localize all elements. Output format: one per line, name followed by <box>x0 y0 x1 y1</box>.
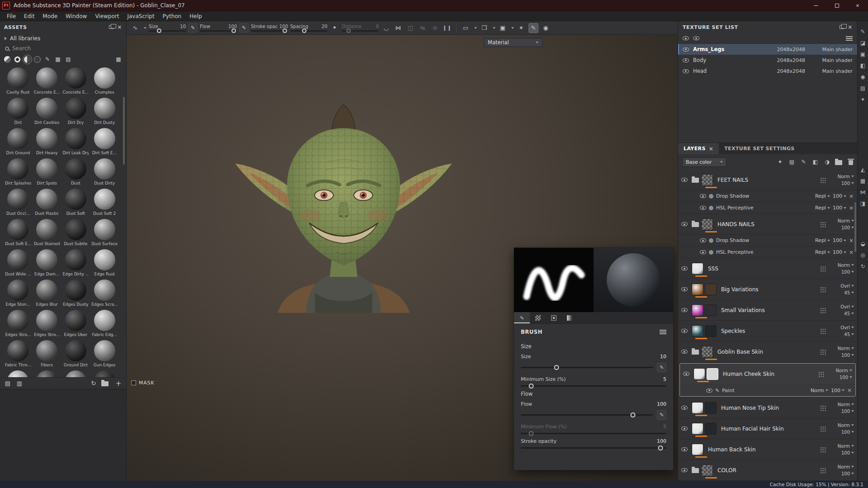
min-size-knob[interactable] <box>528 384 533 389</box>
flow-pressure-toggle-icon[interactable] <box>657 410 666 420</box>
geometry-mask-icon[interactable]: ◨ <box>858 198 868 209</box>
brush-flow-knob[interactable] <box>631 412 636 417</box>
view-3d-icon[interactable] <box>479 23 489 33</box>
asset-tile[interactable]: Fabric Thre... <box>4 340 33 370</box>
view-2d-icon[interactable] <box>461 23 471 33</box>
visibility-eye-icon[interactable] <box>681 329 688 333</box>
visibility-eye-icon[interactable] <box>683 47 689 52</box>
visibility-eye-icon[interactable] <box>681 178 688 182</box>
add-group-icon[interactable] <box>835 160 842 165</box>
opacity-dropdown[interactable]: 100 <box>841 409 854 414</box>
effect-opacity-dropdown[interactable]: 100 <box>833 237 846 243</box>
display-settings-icon[interactable]: ◒ <box>858 238 868 249</box>
close-panel-icon[interactable]: × <box>117 24 122 30</box>
effect-blend-mode-dropdown[interactable]: Repl <box>815 205 830 211</box>
new-resource-icon[interactable] <box>101 381 108 386</box>
asset-tile[interactable]: Dust <box>61 158 90 188</box>
close-panel-icon[interactable]: × <box>848 24 853 30</box>
flow-slider[interactable] <box>200 30 237 32</box>
menu-file[interactable]: File <box>3 11 20 21</box>
viewport-3d[interactable]: Material MASK <box>127 35 678 481</box>
close-tab-icon[interactable]: × <box>709 146 713 152</box>
effect-blend-mode-dropdown[interactable]: Repl <box>815 237 830 243</box>
symmetry-icon[interactable] <box>393 23 403 33</box>
layer-row[interactable]: Human Back SkinNorm100 <box>678 439 857 460</box>
mask-thumbnail[interactable] <box>705 304 717 316</box>
min-size-slider[interactable] <box>521 385 666 387</box>
asset-tile[interactable]: Dirt Ground <box>4 128 33 158</box>
effect-opacity-dropdown[interactable]: 100 <box>831 388 844 393</box>
layer-row[interactable]: Big VariationsOvrl45 <box>678 279 857 300</box>
tab-layers[interactable]: LAYERS × <box>678 143 719 154</box>
filters-filter-icon[interactable] <box>34 56 41 63</box>
asset-tile[interactable] <box>61 370 90 377</box>
blend-mode-dropdown[interactable]: Norm <box>838 423 854 428</box>
layer-row[interactable]: Goblin Base SkinNorm100 <box>678 341 857 362</box>
asset-tile[interactable]: Dirt Dusty <box>90 98 119 128</box>
blend-mode-dropdown[interactable]: Norm <box>836 368 852 373</box>
opacity-dropdown[interactable]: 100 <box>840 375 852 380</box>
visibility-eye-icon[interactable] <box>683 69 689 73</box>
asset-tile[interactable]: Dust Soft E... <box>4 219 33 249</box>
particles-tool-icon[interactable] <box>516 23 526 33</box>
add-fill-layer-icon[interactable]: ◧ <box>811 158 819 166</box>
visibility-eye-icon[interactable] <box>700 238 706 242</box>
menu-viewport[interactable]: Viewport <box>91 11 123 21</box>
float-panel-icon[interactable] <box>109 25 113 29</box>
menu-python[interactable]: Python <box>159 11 186 21</box>
asset-tile[interactable]: Dust Surface <box>90 219 119 249</box>
delete-effect-button[interactable]: × <box>849 205 854 211</box>
delete-effect-button[interactable]: × <box>849 193 854 199</box>
asset-tile[interactable] <box>33 370 61 377</box>
asset-tile[interactable]: Concrete E... <box>61 67 90 97</box>
layer-row[interactable]: Small VariationsOvrl45 <box>678 300 857 321</box>
asset-tile[interactable]: Edge Ston... <box>4 280 33 309</box>
library-selector[interactable]: All libraries <box>0 33 126 43</box>
asset-tile[interactable]: Dirt Dry <box>61 98 90 128</box>
stroke-opacity-knob[interactable] <box>658 445 663 450</box>
effect-blend-mode-dropdown[interactable]: Repl <box>815 193 830 199</box>
menu-mode[interactable]: Mode <box>38 11 61 21</box>
effect-opacity-dropdown[interactable]: 100 <box>833 249 846 255</box>
opacity-dropdown[interactable]: 100 <box>841 471 854 476</box>
asset-tile[interactable]: Edge Dam... <box>33 249 61 279</box>
visibility-eye-icon[interactable] <box>706 389 712 393</box>
layer-row[interactable]: Human Facial Hair SkinNorm100 <box>678 418 857 439</box>
layer-effect-row[interactable]: PaintNorm100× <box>680 384 855 396</box>
asset-tile[interactable]: Dirt Heavy <box>33 128 61 158</box>
smudge-tool-icon[interactable]: ◉ <box>858 71 868 82</box>
spacing-dot-icon[interactable] <box>330 23 340 33</box>
visibility-eye-icon[interactable] <box>681 266 688 270</box>
brush-flow-slider[interactable] <box>521 414 653 416</box>
asset-tile[interactable]: Edges Scra... <box>90 280 119 309</box>
paint-tool-active-icon[interactable] <box>528 23 538 33</box>
size-pressure-toggle-icon[interactable] <box>188 23 198 33</box>
alphas-filter-icon[interactable]: ▦ <box>54 56 61 63</box>
visibility-eye-icon[interactable] <box>700 250 706 254</box>
pause-engine-button[interactable] <box>442 23 452 33</box>
list-options-icon[interactable] <box>846 36 853 41</box>
stroke-opacity-slider[interactable] <box>521 447 666 449</box>
visibility-eye-icon[interactable] <box>681 406 688 410</box>
asset-tile[interactable]: Dust Dirty <box>90 158 119 188</box>
asset-tile[interactable]: Dirt Splashes <box>4 158 33 188</box>
blend-mode-dropdown[interactable]: Norm <box>838 464 854 469</box>
gradient-tab[interactable] <box>561 312 577 323</box>
delete-effect-button[interactable]: × <box>847 387 852 393</box>
opacity-dropdown[interactable]: 45 <box>844 290 854 295</box>
details-view-icon[interactable] <box>15 379 24 389</box>
opacity-dropdown[interactable]: 100 <box>841 430 854 435</box>
material-mode-dropdown[interactable]: Material <box>484 38 542 47</box>
spacing-slider-knob[interactable] <box>302 28 307 33</box>
mask-thumbnail[interactable] <box>705 402 717 414</box>
effect-blend-mode-dropdown[interactable]: Repl <box>815 249 830 255</box>
asset-tile[interactable]: Dust Subtle <box>61 219 90 249</box>
asset-tile[interactable]: Dust Soft <box>61 189 90 218</box>
blend-mode-dropdown[interactable]: Norm <box>838 444 854 449</box>
visibility-eye-icon[interactable] <box>681 447 688 451</box>
assets-scrollbar[interactable] <box>123 97 125 165</box>
polygon-fill-tool-icon[interactable]: ◧ <box>858 60 868 71</box>
mask-thumbnail[interactable] <box>705 423 717 435</box>
solo-eye-icon[interactable] <box>693 36 699 40</box>
layer-row[interactable]: SSSNorm100 <box>678 258 857 279</box>
